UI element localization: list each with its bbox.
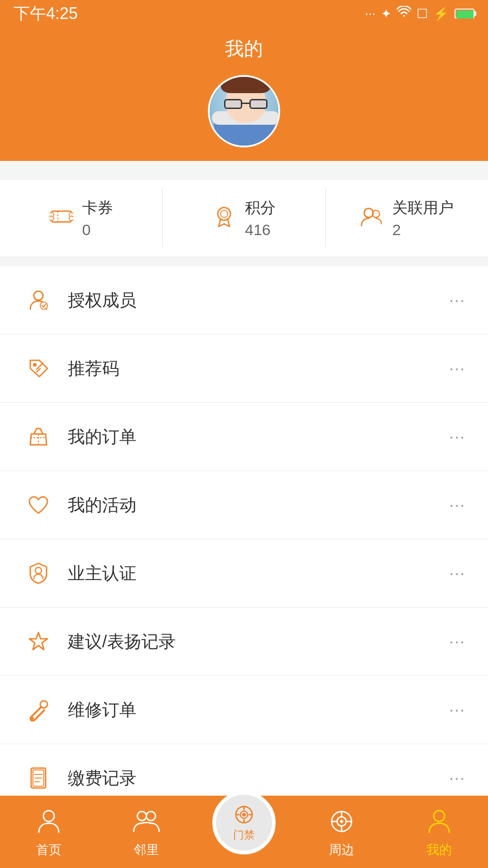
svg-point-36 xyxy=(242,813,246,816)
sim-icon: ☐ xyxy=(417,6,428,21)
users-icon xyxy=(360,205,383,232)
menu-item-auth-member[interactable]: 授权成员 ··· xyxy=(0,266,488,335)
signal-icon: ··· xyxy=(365,6,375,21)
points-value: 416 xyxy=(245,221,271,239)
nav-item-home[interactable]: 首页 xyxy=(0,796,98,868)
page-title: 我的 xyxy=(225,36,263,61)
menu-item-owner-auth[interactable]: 业主认证 ··· xyxy=(0,539,488,608)
nav-item-nearby[interactable]: 周边 xyxy=(293,796,390,868)
points-info: 积分 416 xyxy=(245,198,276,239)
svg-point-28 xyxy=(137,811,146,821)
svg-point-19 xyxy=(31,717,34,720)
document-icon xyxy=(23,762,54,794)
my-orders-label: 我的订单 xyxy=(68,425,449,448)
referral-code-label: 推荐码 xyxy=(68,357,449,380)
nav-neighbors-label: 邻里 xyxy=(134,841,159,859)
bottom-nav: 首页 邻里 门禁 xyxy=(0,796,488,868)
coupon-label: 卡券 xyxy=(82,198,113,218)
menu-item-my-activities[interactable]: 我的活动 ··· xyxy=(0,471,488,539)
nearby-icon xyxy=(325,805,358,838)
person-auth-icon xyxy=(23,284,54,316)
nav-nearby-label: 周边 xyxy=(329,841,354,859)
star-icon xyxy=(23,626,54,657)
svg-point-43 xyxy=(434,811,445,821)
ticket-icon xyxy=(50,205,73,232)
nav-home-label: 首页 xyxy=(36,841,61,859)
status-time: 下午4:25 xyxy=(14,3,78,25)
my-activities-label: 我的活动 xyxy=(68,494,449,517)
stat-coupon[interactable]: 卡券 0 xyxy=(0,179,162,257)
home-icon xyxy=(33,805,65,838)
nav-mine-label: 我的 xyxy=(427,841,452,859)
nav-item-mine[interactable]: 我的 xyxy=(390,796,488,868)
more-dots: ··· xyxy=(449,495,465,514)
svg-point-2 xyxy=(50,216,54,221)
menu-item-suggestions[interactable]: 建议/表扬记录 ··· xyxy=(0,608,488,676)
more-dots: ··· xyxy=(449,359,465,378)
stat-linked-users[interactable]: 关联用户 2 xyxy=(326,179,488,257)
linked-users-value: 2 xyxy=(392,221,401,239)
menu-item-my-orders[interactable]: 我的订单 ··· xyxy=(0,403,488,471)
auth-member-label: 授权成员 xyxy=(68,289,449,312)
shield-person-icon xyxy=(23,557,54,589)
svg-point-4 xyxy=(69,216,73,221)
svg-rect-0 xyxy=(52,211,71,222)
linked-users-label: 关联用户 xyxy=(392,198,454,218)
status-icons: ··· ✦ ☐ ⚡ xyxy=(365,6,474,22)
nav-item-gate[interactable]: 门禁 xyxy=(195,796,293,868)
mine-icon xyxy=(423,805,455,838)
stat-points[interactable]: 积分 416 xyxy=(163,179,325,257)
wrench-icon xyxy=(23,694,54,726)
more-dots: ··· xyxy=(449,291,465,310)
bluetooth-icon: ✦ xyxy=(381,6,391,21)
coupon-value: 0 xyxy=(82,221,91,239)
battery-icon xyxy=(455,9,474,19)
coupon-info: 卡券 0 xyxy=(82,198,113,239)
owner-auth-label: 业主认证 xyxy=(68,562,449,585)
status-bar: 下午4:25 ··· ✦ ☐ ⚡ xyxy=(0,0,488,27)
more-dots: ··· xyxy=(449,700,465,719)
svg-point-10 xyxy=(34,291,43,300)
neighbors-icon xyxy=(130,805,163,838)
svg-point-12 xyxy=(33,363,37,367)
charging-icon: ⚡ xyxy=(433,6,449,21)
nav-gate-label: 门禁 xyxy=(233,828,255,842)
menu-item-repair-orders[interactable]: 维修订单 ··· xyxy=(0,676,488,744)
tag-icon xyxy=(23,353,54,384)
payment-records-label: 缴费记录 xyxy=(68,767,449,790)
svg-point-17 xyxy=(35,567,42,574)
svg-point-6 xyxy=(218,208,230,220)
wifi-icon xyxy=(397,6,411,22)
basket-icon xyxy=(23,421,54,453)
repair-orders-label: 维修订单 xyxy=(68,698,449,722)
heart-icon xyxy=(23,489,54,521)
linked-users-info: 关联用户 2 xyxy=(392,198,454,239)
nav-item-neighbors[interactable]: 邻里 xyxy=(98,796,195,868)
avatar[interactable] xyxy=(208,75,280,147)
menu-list: 授权成员 ··· 推荐码 ··· 我的订单 ··· xyxy=(0,266,488,868)
more-dots: ··· xyxy=(449,427,465,446)
more-dots: ··· xyxy=(449,564,465,583)
svg-point-29 xyxy=(146,811,155,821)
more-dots: ··· xyxy=(449,632,465,651)
stats-row: 卡券 0 积分 416 关联用户 xyxy=(0,179,488,257)
svg-point-7 xyxy=(221,210,228,217)
header: 我的 xyxy=(0,27,488,75)
svg-point-27 xyxy=(43,811,54,821)
award-icon xyxy=(212,205,236,232)
more-dots: ··· xyxy=(449,769,465,788)
suggestions-label: 建议/表扬记录 xyxy=(68,630,449,653)
menu-item-referral-code[interactable]: 推荐码 ··· xyxy=(0,335,488,403)
gate-center-button[interactable]: 门禁 xyxy=(212,791,276,854)
points-label: 积分 xyxy=(245,198,276,218)
